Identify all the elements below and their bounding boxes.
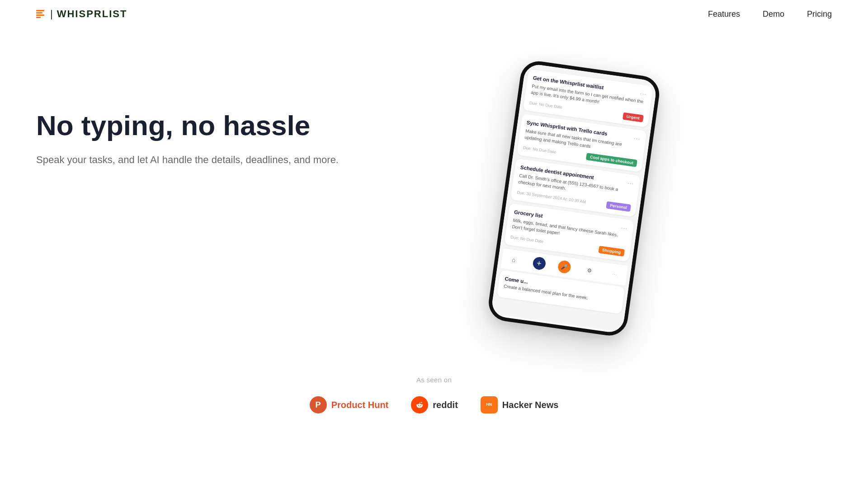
logo-line-1: [36, 10, 44, 11]
logo-icon: [36, 10, 44, 18]
hero-section: No typing, no hassle Speak your tasks, a…: [0, 28, 868, 349]
producthunt-label: Product Hunt: [331, 400, 389, 410]
logo-line-3: [36, 14, 44, 16]
brand-logos: P Product Hunt reddit HN Hacker News: [0, 396, 868, 413]
navbar: | WHISPRLIST Features Demo Pricing: [0, 0, 868, 28]
task-dots-3[interactable]: ···: [627, 179, 634, 187]
task-badge-4: Shopping: [598, 246, 625, 257]
hero-title: No typing, no hassle: [36, 109, 353, 141]
as-seen-on-label: As seen on: [0, 376, 868, 384]
nav-links: Features Demo Pricing: [708, 9, 832, 19]
phone-frame: Get on the Whisprlist waitlist ··· Put m…: [486, 59, 662, 338]
home-icon[interactable]: ⌂: [507, 253, 521, 267]
task-badge-1: Urgent: [623, 113, 644, 122]
settings-icon[interactable]: ⚙: [582, 263, 597, 278]
nav-features[interactable]: Features: [708, 9, 740, 19]
brand-reddit[interactable]: reddit: [411, 396, 458, 413]
brand-hackernews[interactable]: HN Hacker News: [481, 396, 559, 413]
task-due-2: Due: No Due Date: [523, 145, 557, 154]
nav-pricing[interactable]: Pricing: [807, 9, 832, 19]
hero-left: No typing, no hassle Speak your tasks, a…: [36, 55, 353, 166]
task-dots-2[interactable]: ···: [633, 135, 641, 142]
phone-wrapper: Get on the Whisprlist waitlist ··· Put m…: [486, 59, 662, 338]
brand-producthunt[interactable]: P Product Hunt: [310, 396, 389, 413]
task-badge-3: Personal: [606, 201, 631, 211]
task-dots-1[interactable]: ···: [640, 90, 647, 97]
add-task-button[interactable]: +: [532, 256, 547, 271]
task-due-4: Due: No Due Date: [510, 235, 544, 244]
logo[interactable]: | WHISPRLIST: [36, 8, 127, 20]
reddit-icon: [411, 396, 428, 413]
hero-right: Get on the Whisprlist waitlist ··· Put m…: [353, 55, 832, 331]
as-seen-on-section: As seen on P Product Hunt reddit HN Hack…: [0, 349, 868, 432]
logo-separator: |: [50, 8, 53, 20]
reddit-label: reddit: [433, 400, 458, 410]
nav-demo[interactable]: Demo: [763, 9, 784, 19]
task-due-1: Due: No Due Date: [529, 100, 562, 109]
hackernews-label: Hacker News: [502, 400, 559, 410]
producthunt-icon: P: [310, 396, 327, 413]
logo-line-4: [36, 17, 41, 18]
phone-screen: Get on the Whisprlist waitlist ··· Put m…: [491, 63, 657, 332]
hackernews-icon: HN: [481, 396, 498, 413]
logo-line-2: [36, 12, 42, 14]
logo-text: WHISPRLIST: [57, 8, 127, 20]
hero-subtitle: Speak your tasks, and let AI handle the …: [36, 154, 353, 166]
mic-icon[interactable]: 🎤: [557, 260, 572, 274]
more-options-icon[interactable]: ···: [608, 267, 622, 282]
task-dots-4[interactable]: ···: [621, 224, 628, 231]
